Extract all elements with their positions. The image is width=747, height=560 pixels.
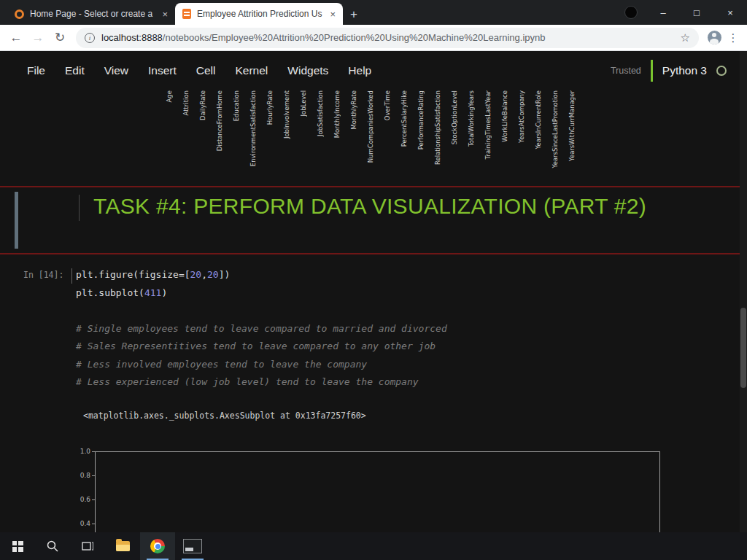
- kernel-status-icon: [716, 66, 727, 76]
- plot-yticks: 1.00.80.60.4: [0, 437, 747, 533]
- column-label: MonthlyIncome: [333, 90, 350, 138]
- column-label: OverTime: [384, 90, 400, 120]
- windows-taskbar: [0, 532, 747, 560]
- address-bar[interactable]: i localhost:8888/notebooks/Employee%20At…: [76, 28, 699, 48]
- ytick-mark: [92, 499, 95, 500]
- column-label: Age: [166, 90, 182, 102]
- profile-avatar-icon: [708, 31, 721, 44]
- selected-cell-indicator: [15, 192, 18, 249]
- code-editor[interactable]: plt.figure(figsize=[20,20])plt.subplot(4…: [76, 265, 447, 392]
- start-button[interactable]: [0, 532, 35, 560]
- url-host: localhost:8888: [101, 32, 163, 43]
- column-label: TrainingTimesLastYear: [484, 90, 501, 159]
- cell-output: <matplotlib.axes._subplots.AxesSubplot a…: [83, 411, 747, 421]
- code-line: # Less experienced (low job level) tend …: [76, 373, 447, 392]
- scrollbar-thumb[interactable]: [740, 308, 746, 388]
- column-label: Education: [233, 90, 249, 121]
- file-explorer-icon: [116, 541, 130, 551]
- tab-title: Home Page - Select or create a n: [30, 9, 155, 19]
- notebook-menubar: FileEditViewInsertCellKernelWidgetsHelp …: [0, 51, 747, 90]
- ytick-mark: [92, 475, 95, 476]
- column-label: PerformanceRating: [417, 90, 434, 149]
- column-label: YearsInCurrentRole: [535, 90, 551, 149]
- notebook-scrollbar[interactable]: [740, 51, 747, 532]
- jupyter-home-favicon-icon: [15, 9, 24, 19]
- menu-item-insert[interactable]: Insert: [148, 64, 177, 77]
- kernel-name: Python 3: [662, 64, 707, 77]
- forward-icon[interactable]: →: [28, 31, 48, 45]
- column-label: EnvironmentSatisfaction: [249, 90, 266, 166]
- ytick-mark: [92, 451, 95, 452]
- bookmark-star-icon[interactable]: ☆: [681, 31, 690, 44]
- tab-close-icon[interactable]: ×: [160, 9, 169, 20]
- trusted-label: Trusted: [611, 66, 641, 76]
- menu-item-edit[interactable]: Edit: [65, 64, 85, 77]
- column-label: MonthlyRate: [350, 90, 367, 130]
- markdown-cell[interactable]: TASK #4: PERFORM DATA VISUALIZATION (PAR…: [0, 186, 747, 254]
- column-label: Attrition: [182, 90, 199, 115]
- column-label: YearsWithCurrManager: [568, 90, 585, 161]
- menu-item-view[interactable]: View: [104, 64, 128, 77]
- column-label: WorkLifeBalance: [501, 90, 518, 142]
- task-view-button[interactable]: [70, 532, 105, 560]
- column-label: HourlyRate: [266, 90, 283, 125]
- code-line: # Single employees tend to leave compare…: [76, 320, 447, 338]
- browser-profile-button[interactable]: [705, 28, 724, 47]
- site-info-icon[interactable]: i: [85, 33, 95, 43]
- column-label: DistanceFromHome: [216, 90, 233, 151]
- column-label: NumCompaniesWorked: [367, 90, 384, 163]
- menu-item-help[interactable]: Help: [348, 64, 371, 77]
- profile-badge-icon[interactable]: [624, 6, 638, 19]
- jupyter-notebook: FileEditViewInsertCellKernelWidgetsHelp …: [0, 51, 747, 532]
- ytick-label: 0.4: [70, 520, 90, 527]
- code-line: plt.figure(figsize=[20,20]): [76, 266, 447, 284]
- kernel-accent-bar: [651, 60, 653, 82]
- tab-home-page[interactable]: Home Page - Select or create a n ×: [7, 3, 175, 25]
- tab-notebook[interactable]: Employee Attrition Prediction Us ×: [175, 3, 343, 25]
- task-view-icon: [81, 540, 94, 553]
- menu-item-widgets[interactable]: Widgets: [287, 64, 328, 77]
- tab-close-icon[interactable]: ×: [328, 9, 337, 20]
- ytick-mark: [92, 524, 95, 524]
- matplotlib-plot: 1.00.80.60.4: [0, 437, 747, 533]
- maximize-button[interactable]: □: [680, 0, 713, 25]
- new-tab-button[interactable]: +: [343, 4, 365, 25]
- column-label: PercentSalaryHike: [400, 90, 417, 147]
- column-label: YearsAtCompany: [518, 90, 535, 143]
- code-line: [76, 302, 447, 320]
- file-explorer-button[interactable]: [105, 532, 140, 560]
- column-label: JobSatisfaction: [317, 90, 333, 136]
- notebook-menu: FileEditViewInsertCellKernelWidgetsHelp: [0, 64, 371, 77]
- browser-toolbar: ← → ↻ i localhost:8888/notebooks/Employe…: [0, 25, 747, 51]
- code-cell[interactable]: In [14]: plt.figure(figsize=[20,20])plt.…: [0, 265, 747, 392]
- browser-menu-icon[interactable]: ⋮: [725, 31, 741, 44]
- pinned-app-button[interactable]: [175, 532, 210, 560]
- chrome-taskbar-button[interactable]: [140, 532, 175, 560]
- column-label: DailyRate: [199, 90, 216, 120]
- windows-logo-icon: [12, 541, 23, 552]
- menu-item-file[interactable]: File: [27, 64, 45, 77]
- search-icon: [46, 540, 59, 553]
- window-controls: – □ ×: [646, 0, 747, 25]
- kernel-area: Trusted Python 3: [611, 51, 727, 90]
- back-icon[interactable]: ←: [6, 31, 26, 45]
- chrome-icon: [150, 539, 165, 553]
- column-label: RelationshipSatisfaction: [434, 90, 451, 165]
- column-label: JobLevel: [300, 90, 317, 117]
- markdown-prompt-divider: [79, 195, 80, 221]
- browser-tab-strip: Home Page - Select or create a n × Emplo…: [0, 0, 747, 25]
- column-label: TotalWorkingYears: [468, 90, 484, 147]
- url-text[interactable]: localhost:8888/notebooks/Employee%20Attr…: [101, 32, 674, 43]
- code-lines: plt.figure(figsize=[20,20])plt.subplot(4…: [76, 266, 447, 392]
- menu-item-cell[interactable]: Cell: [196, 64, 216, 77]
- close-button[interactable]: ×: [713, 0, 747, 25]
- column-label: JobInvolvement: [283, 90, 300, 139]
- minimize-button[interactable]: –: [646, 0, 680, 25]
- section-heading: TASK #4: PERFORM DATA VISUALIZATION (PAR…: [93, 193, 684, 219]
- reload-icon[interactable]: ↻: [50, 30, 70, 45]
- code-line: plt.subplot(411): [76, 284, 447, 303]
- column-label: StockOptionLevel: [451, 90, 468, 144]
- menu-item-kernel[interactable]: Kernel: [236, 64, 268, 77]
- taskbar-search-button[interactable]: [35, 532, 70, 560]
- screen: Home Page - Select or create a n × Emplo…: [0, 0, 747, 560]
